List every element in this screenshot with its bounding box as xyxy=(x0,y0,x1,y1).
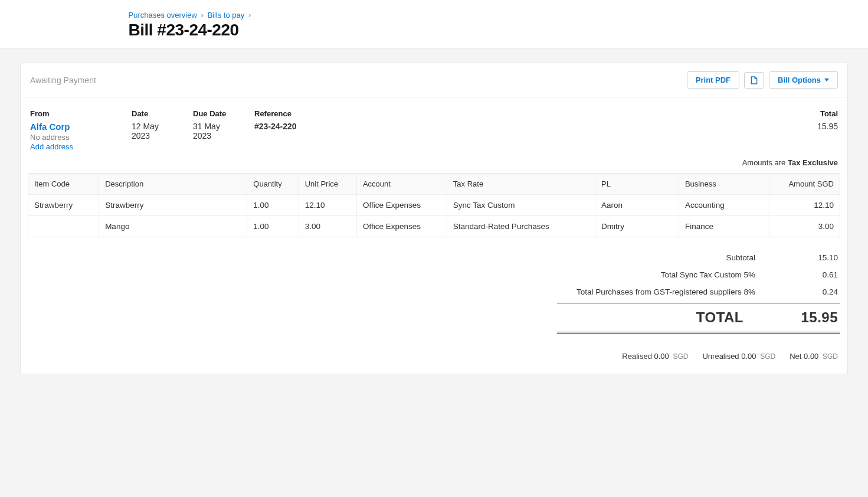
cell-amount: 12.10 xyxy=(769,195,840,216)
col-unit-price: Unit Price xyxy=(299,174,356,195)
col-business: Business xyxy=(679,174,769,195)
reference-value: #23-24-220 xyxy=(254,122,337,131)
col-tax-rate: Tax Rate xyxy=(447,174,595,195)
bill-options-label: Bill Options xyxy=(778,76,821,84)
attachment-icon xyxy=(749,76,759,85)
cell-tax-rate: Sync Tax Custom xyxy=(447,195,595,216)
cell-business: Finance xyxy=(679,216,769,237)
subtotal-value: 15.10 xyxy=(779,253,838,262)
cell-account: Office Expenses xyxy=(356,216,447,237)
cell-tax-rate: Standard-Rated Purchases xyxy=(447,216,595,237)
cell-pl: Dmitry xyxy=(595,216,679,237)
tax-mode: Amounts are Tax Exclusive xyxy=(21,151,847,173)
net-label: Net xyxy=(790,352,801,361)
realised-label: Realised xyxy=(622,352,652,361)
card-header: Awaiting Payment Print PDF Bill Options xyxy=(21,63,847,97)
net-value: 0.00 xyxy=(804,352,818,361)
cell-amount: 3.00 xyxy=(769,216,840,237)
breadcrumb-bills-to-pay[interactable]: Bills to pay xyxy=(207,11,244,19)
date-value: 12 May 2023 xyxy=(132,122,179,140)
net-gain: Net 0.00 SGD xyxy=(790,352,838,361)
due-date-label: Due Date xyxy=(193,109,240,118)
due-date-value: 31 May 2023 xyxy=(193,122,240,140)
breadcrumb-purchases-overview[interactable]: Purchases overview xyxy=(129,11,197,19)
bill-meta: From Alfa Corp No address Add address Da… xyxy=(21,97,847,151)
tax-mode-prefix: Amounts are xyxy=(742,158,788,167)
col-amount: Amount SGD xyxy=(769,174,840,195)
cell-quantity: 1.00 xyxy=(247,195,299,216)
currency-gains-row: Realised 0.00 SGD Unrealised 0.00 SGD Ne… xyxy=(21,334,847,374)
col-item-code: Item Code xyxy=(28,174,99,195)
breadcrumb-separator: › xyxy=(248,11,251,19)
bill-card: Awaiting Payment Print PDF Bill Options … xyxy=(20,63,848,374)
action-bar: Print PDF Bill Options xyxy=(687,71,838,89)
add-address-link[interactable]: Add address xyxy=(30,142,73,151)
grand-total-value: 15.95 xyxy=(767,309,838,326)
reference-label: Reference xyxy=(254,109,337,118)
supplier-link[interactable]: Alfa Corp xyxy=(30,122,70,132)
grand-total-label: TOTAL xyxy=(559,309,767,326)
totals-section: Subtotal 15.10 Total Sync Tax Custom 5% … xyxy=(28,249,840,334)
col-account: Account xyxy=(356,174,447,195)
tax1-label: Total Sync Tax Custom 5% xyxy=(559,270,779,279)
line-items-table: Item Code Description Quantity Unit Pric… xyxy=(28,173,840,237)
bill-options-button[interactable]: Bill Options xyxy=(769,71,838,89)
cell-pl: Aaron xyxy=(595,195,679,216)
subtotal-label: Subtotal xyxy=(559,253,779,262)
page-title: Bill #23-24-220 xyxy=(129,21,853,40)
breadcrumb: Purchases overview › Bills to pay › xyxy=(129,11,853,19)
total-value: 15.95 xyxy=(817,122,838,131)
unrealised-value: 0.00 xyxy=(741,352,756,361)
cell-item-code xyxy=(28,216,99,237)
from-label: From xyxy=(30,109,117,118)
col-quantity: Quantity xyxy=(247,174,299,195)
tax2-label: Total Purchases from GST-registered supp… xyxy=(559,287,779,296)
chevron-down-icon xyxy=(824,79,829,81)
cell-description: Strawberry xyxy=(99,195,247,216)
table-row: Strawberry Strawberry 1.00 12.10 Office … xyxy=(28,195,840,216)
cell-quantity: 1.00 xyxy=(247,216,299,237)
currency-code: SGD xyxy=(673,352,688,361)
realised-gain: Realised 0.00 SGD xyxy=(622,352,688,361)
table-row: Mango 1.00 3.00 Office Expenses Standard… xyxy=(28,216,840,237)
col-description: Description xyxy=(99,174,247,195)
cell-unit-price: 3.00 xyxy=(299,216,356,237)
date-label: Date xyxy=(132,109,179,118)
realised-value: 0.00 xyxy=(654,352,669,361)
currency-code: SGD xyxy=(823,352,838,361)
cell-item-code: Strawberry xyxy=(28,195,99,216)
status-badge: Awaiting Payment xyxy=(30,76,96,85)
unrealised-gain: Unrealised 0.00 SGD xyxy=(702,352,775,361)
no-address-text: No address xyxy=(30,133,117,142)
attach-files-button[interactable] xyxy=(744,72,764,89)
unrealised-label: Unrealised xyxy=(702,352,739,361)
cell-account: Office Expenses xyxy=(356,195,447,216)
cell-unit-price: 12.10 xyxy=(299,195,356,216)
print-pdf-button[interactable]: Print PDF xyxy=(687,71,739,89)
breadcrumb-separator: › xyxy=(201,11,203,19)
cell-business: Accounting xyxy=(679,195,769,216)
table-header-row: Item Code Description Quantity Unit Pric… xyxy=(28,174,840,195)
page-header: Purchases overview › Bills to pay › Bill… xyxy=(0,0,868,48)
tax1-value: 0.61 xyxy=(779,270,838,279)
tax2-value: 0.24 xyxy=(779,287,838,296)
tax-mode-value: Tax Exclusive xyxy=(788,158,838,167)
total-label: Total xyxy=(817,109,838,118)
cell-description: Mango xyxy=(99,216,247,237)
currency-code: SGD xyxy=(760,352,775,361)
col-pl: PL xyxy=(595,174,679,195)
